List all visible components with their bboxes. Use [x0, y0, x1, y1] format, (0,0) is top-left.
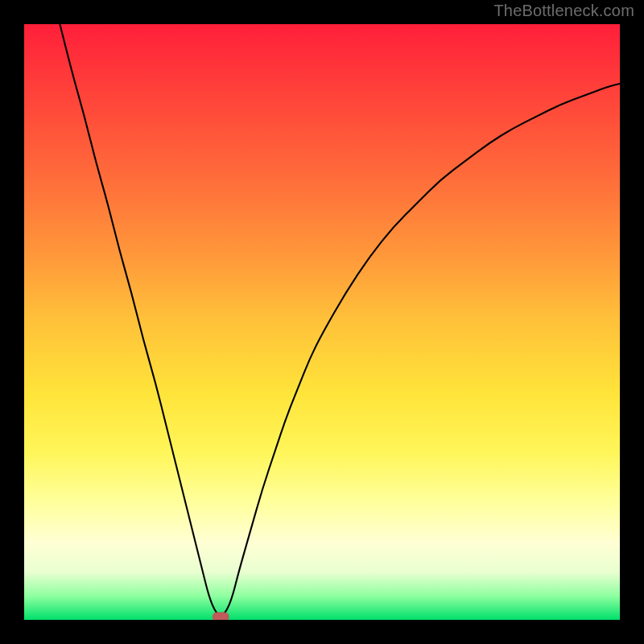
plot-area [24, 24, 620, 620]
min-marker [213, 613, 229, 620]
bottleneck-curve [60, 24, 620, 615]
chart-frame: TheBottleneck.com [0, 0, 644, 644]
watermark-label: TheBottleneck.com [493, 2, 634, 20]
curve-svg [24, 24, 620, 620]
